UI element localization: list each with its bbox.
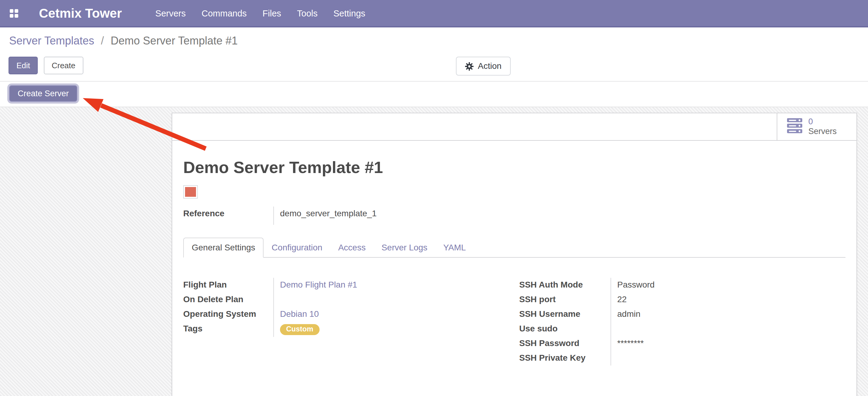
reference-label: Reference <box>183 206 273 225</box>
apps-grid-icon <box>10 9 18 17</box>
page-root: Cetmix Tower Servers Commands Files Tool… <box>0 0 868 396</box>
field-group-right: SSH Auth Mode Password SSH port 22 SSH U… <box>514 278 845 366</box>
field-value: Password <box>611 278 845 292</box>
field-group-left: Flight Plan Demo Flight Plan #1 On Delet… <box>183 278 514 366</box>
field-label: Operating System <box>183 307 273 322</box>
tag-badge: Custom <box>280 324 319 335</box>
color-swatch <box>183 185 198 199</box>
control-panel: Server Templates / Demo Server Template … <box>0 27 868 74</box>
breadcrumb-current: Demo Server Template #1 <box>111 35 238 47</box>
main-menu-entry: Commands <box>193 6 254 21</box>
servers-stat-button[interactable]: 0 Servers <box>777 113 857 140</box>
button-box: 0 Servers <box>172 113 857 141</box>
stat-count: 0 <box>808 117 837 127</box>
tab[interactable]: General Settings <box>183 237 264 258</box>
field-label: Tags <box>183 322 273 337</box>
field-row: SSH Private Key <box>519 351 845 366</box>
field-row: Flight Plan Demo Flight Plan #1 <box>183 278 514 292</box>
control-panel-buttons: Edit Create <box>8 57 860 74</box>
field-value <box>273 292 514 307</box>
stat-text: 0 Servers <box>808 117 837 137</box>
field-label: On Delete Plan <box>183 292 273 307</box>
main-menu-entry: Settings <box>326 6 373 21</box>
field-value: admin <box>611 307 845 322</box>
field-value: Custom <box>273 322 514 337</box>
field-row: SSH Password ******** <box>519 336 845 351</box>
action-button[interactable]: Action <box>456 57 511 76</box>
tab[interactable]: YAML <box>435 238 473 257</box>
create-server-button[interactable]: Create Server <box>9 85 77 102</box>
field-row: Tags Custom <box>183 322 514 337</box>
field-label: SSH port <box>519 292 611 307</box>
field-groups: Flight Plan Demo Flight Plan #1 On Delet… <box>183 278 845 366</box>
field-value: 22 <box>611 292 845 307</box>
top-navbar: Cetmix Tower Servers Commands Files Tool… <box>0 0 868 27</box>
server-stack-icon <box>787 118 803 135</box>
main-menu-entry: Files <box>255 6 289 21</box>
main-menu-entry: Tools <box>289 6 326 21</box>
field-row: SSH port 22 <box>519 292 845 307</box>
tab[interactable]: Configuration <box>264 238 331 257</box>
field-value: ******** <box>611 336 845 351</box>
color-swatch-fill <box>185 187 196 197</box>
breadcrumb-link[interactable]: Server Templates <box>9 35 94 47</box>
form-sheet: Demo Server Template #1 Reference demo_s… <box>172 141 857 366</box>
nav-menu-item[interactable]: Files <box>255 6 289 21</box>
field-label: SSH Username <box>519 307 611 322</box>
field-value-link[interactable]: Demo Flight Plan #1 <box>280 280 357 289</box>
tab[interactable]: Server Logs <box>373 238 435 257</box>
field-label: SSH Private Key <box>519 351 611 366</box>
field-row: SSH Username admin <box>519 307 845 322</box>
brand-title[interactable]: Cetmix Tower <box>39 6 122 21</box>
content-area: 0 Servers Demo Server Template #1 Refere… <box>0 107 868 396</box>
page-title: Demo Server Template #1 <box>183 159 845 177</box>
apps-menu-button[interactable] <box>5 2 23 24</box>
main-menu-entry: Servers <box>147 6 193 21</box>
breadcrumb: Server Templates / Demo Server Template … <box>9 33 860 49</box>
field-value: Demo Flight Plan #1 <box>273 278 514 292</box>
field-row: Operating System Debian 10 <box>183 307 514 322</box>
nav-menu-item[interactable]: Commands <box>193 6 254 21</box>
nav-menu-item[interactable]: Settings <box>326 6 373 21</box>
main-menu: Servers Commands Files Tools Settings <box>147 6 373 21</box>
edit-button[interactable]: Edit <box>8 57 38 74</box>
field-row: On Delete Plan <box>183 292 514 307</box>
nav-menu-item[interactable]: Tools <box>289 6 326 21</box>
field-row: SSH Auth Mode Password <box>519 278 845 292</box>
field-value-link[interactable]: Debian 10 <box>280 309 319 319</box>
action-strip: Create Server <box>0 82 868 107</box>
gear-icon <box>465 62 473 70</box>
stat-label: Servers <box>808 127 837 137</box>
field-value <box>611 351 845 366</box>
reference-row: Reference demo_server_template_1 <box>183 206 845 225</box>
action-button-label: Action <box>478 61 502 71</box>
tab-bar: General SettingsConfigurationAccessServe… <box>183 237 845 258</box>
field-label: Flight Plan <box>183 278 273 292</box>
field-value: Debian 10 <box>273 307 514 322</box>
reference-value: demo_server_template_1 <box>273 206 845 225</box>
field-value <box>611 322 845 336</box>
create-button[interactable]: Create <box>44 57 83 74</box>
form-card: 0 Servers Demo Server Template #1 Refere… <box>172 113 857 396</box>
field-label: SSH Auth Mode <box>519 278 611 292</box>
breadcrumb-separator: / <box>101 35 104 47</box>
nav-menu-item[interactable]: Servers <box>147 6 193 21</box>
field-label: Use sudo <box>519 322 611 336</box>
field-row: Use sudo <box>519 322 845 336</box>
tab[interactable]: Access <box>330 238 373 257</box>
field-label: SSH Password <box>519 336 611 351</box>
